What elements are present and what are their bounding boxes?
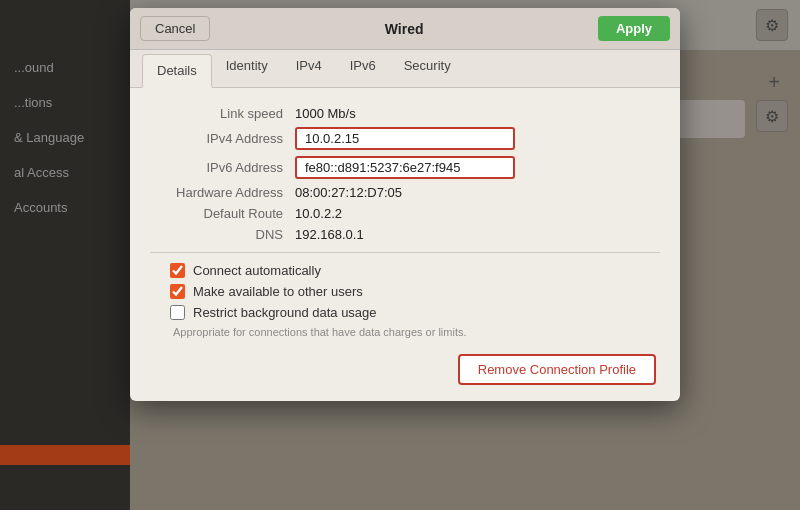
make-available-checkbox[interactable] xyxy=(170,284,185,299)
modal-titlebar: Cancel Wired Apply xyxy=(130,8,680,50)
restrict-row[interactable]: Restrict background data usage xyxy=(170,305,660,320)
tab-ipv6[interactable]: IPv6 xyxy=(336,50,390,88)
default-route-label: Default Route xyxy=(150,206,295,221)
connect-auto-label: Connect automatically xyxy=(193,263,321,278)
restrict-checkbox[interactable] xyxy=(170,305,185,320)
tab-identity[interactable]: Identity xyxy=(212,50,282,88)
remove-connection-button[interactable]: Remove Connection Profile xyxy=(458,354,656,385)
link-speed-row: Link speed 1000 Mb/s xyxy=(150,106,660,121)
make-available-row[interactable]: Make available to other users xyxy=(170,284,660,299)
dns-row: DNS 192.168.0.1 xyxy=(150,227,660,242)
make-available-label: Make available to other users xyxy=(193,284,363,299)
restrict-label: Restrict background data usage xyxy=(193,305,377,320)
tab-ipv4[interactable]: IPv4 xyxy=(282,50,336,88)
tab-details[interactable]: Details xyxy=(142,54,212,88)
connect-auto-row[interactable]: Connect automatically xyxy=(170,263,660,278)
dns-value: 192.168.0.1 xyxy=(295,227,364,242)
hardware-label: Hardware Address xyxy=(150,185,295,200)
default-route-row: Default Route 10.0.2.2 xyxy=(150,206,660,221)
divider-1 xyxy=(150,252,660,253)
ipv4-row: IPv4 Address 10.0.2.15 xyxy=(150,127,660,150)
wired-modal: Cancel Wired Apply Details Identity IPv4… xyxy=(130,8,680,401)
link-speed-label: Link speed xyxy=(150,106,295,121)
dns-label: DNS xyxy=(150,227,295,242)
tab-security[interactable]: Security xyxy=(390,50,465,88)
modal-title: Wired xyxy=(210,21,597,37)
hardware-value: 08:00:27:12:D7:05 xyxy=(295,185,402,200)
apply-button[interactable]: Apply xyxy=(598,16,670,41)
ipv6-label: IPv6 Address xyxy=(150,160,295,175)
ipv4-value: 10.0.2.15 xyxy=(295,127,515,150)
default-route-value: 10.0.2.2 xyxy=(295,206,342,221)
cancel-button[interactable]: Cancel xyxy=(140,16,210,41)
ipv6-row: IPv6 Address fe80::d891:5237:6e27:f945 xyxy=(150,156,660,179)
ipv4-label: IPv4 Address xyxy=(150,131,295,146)
ipv6-value: fe80::d891:5237:6e27:f945 xyxy=(295,156,515,179)
restrict-sublabel: Appropriate for connections that have da… xyxy=(173,326,660,338)
modal-tabs: Details Identity IPv4 IPv6 Security xyxy=(130,50,680,88)
link-speed-value: 1000 Mb/s xyxy=(295,106,356,121)
connect-auto-checkbox[interactable] xyxy=(170,263,185,278)
hardware-row: Hardware Address 08:00:27:12:D7:05 xyxy=(150,185,660,200)
remove-btn-row: Remove Connection Profile xyxy=(150,354,660,385)
modal-body: Link speed 1000 Mb/s IPv4 Address 10.0.2… xyxy=(130,88,680,401)
